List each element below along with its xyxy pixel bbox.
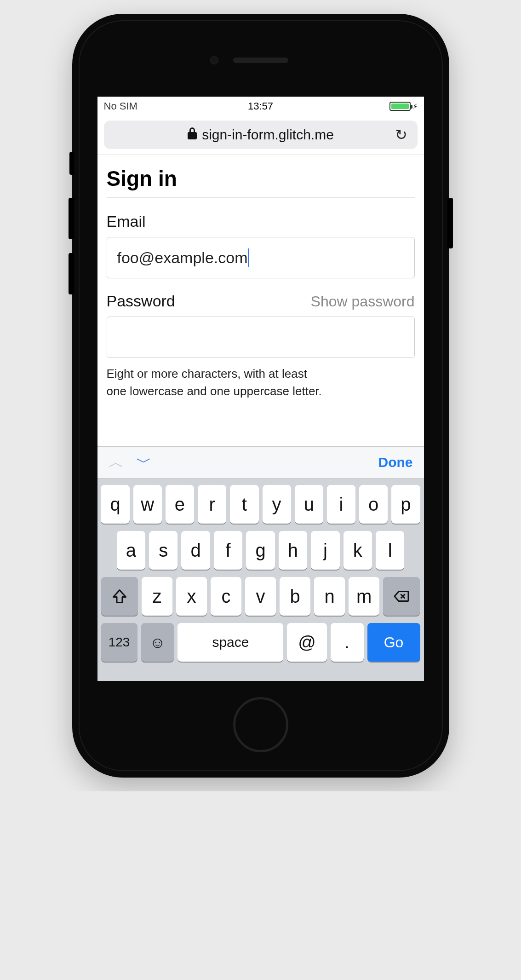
keyboard-row-2: a s d f g h j k l <box>101 531 420 570</box>
refresh-icon[interactable]: ↻ <box>395 126 407 144</box>
key-y[interactable]: y <box>263 485 291 524</box>
phone-camera <box>210 56 218 64</box>
show-password-button[interactable]: Show password <box>311 293 415 310</box>
keyboard-row-1: q w e r t y u i o p <box>101 485 420 524</box>
key-m[interactable]: m <box>349 577 379 616</box>
key-r[interactable]: r <box>198 485 226 524</box>
key-w[interactable]: w <box>133 485 162 524</box>
email-field[interactable]: foo@example.com <box>107 237 415 278</box>
keyboard-row-4: 123 ☺ space @ . Go <box>101 623 420 662</box>
key-g[interactable]: g <box>246 531 275 570</box>
password-field-block: Password Show password Eight or more cha… <box>107 292 415 400</box>
key-k[interactable]: k <box>344 531 372 570</box>
key-a[interactable]: a <box>117 531 145 570</box>
key-u[interactable]: u <box>295 485 323 524</box>
key-v[interactable]: v <box>245 577 276 616</box>
address-bar[interactable]: sign-in-form.glitch.me ↻ <box>104 121 418 149</box>
key-q[interactable]: q <box>101 485 129 524</box>
key-e[interactable]: e <box>166 485 194 524</box>
phone-frame: No SIM 13:57 ⚡︎ sign-in-form.glitch.me ↻… <box>72 14 449 778</box>
next-field-button[interactable]: ﹀ <box>136 452 152 473</box>
email-field-block: Email foo@example.com <box>107 213 415 278</box>
key-l[interactable]: l <box>376 531 404 570</box>
key-numbers[interactable]: 123 <box>101 623 137 662</box>
key-x[interactable]: x <box>176 577 207 616</box>
prev-field-button: ︿ <box>109 452 124 473</box>
password-hint: Eight or more characters, with at least … <box>107 365 415 400</box>
battery-icon <box>389 102 411 111</box>
key-shift[interactable] <box>101 577 138 616</box>
on-screen-keyboard: q w e r t y u i o p a s d f g h j k l <box>97 478 424 681</box>
phone-speaker <box>233 58 288 63</box>
page-title: Sign in <box>107 166 415 198</box>
key-c[interactable]: c <box>211 577 241 616</box>
key-emoji[interactable]: ☺ <box>141 623 174 662</box>
key-s[interactable]: s <box>149 531 177 570</box>
home-button[interactable] <box>233 697 288 752</box>
key-o[interactable]: o <box>359 485 388 524</box>
key-n[interactable]: n <box>314 577 345 616</box>
keyboard-done-button[interactable]: Done <box>378 455 413 470</box>
key-b[interactable]: b <box>280 577 310 616</box>
key-f[interactable]: f <box>214 531 242 570</box>
lock-icon <box>187 127 197 143</box>
key-h[interactable]: h <box>279 531 307 570</box>
text-caret <box>248 248 249 267</box>
key-i[interactable]: i <box>327 485 355 524</box>
mute-switch <box>69 152 74 175</box>
key-go[interactable]: Go <box>367 623 420 662</box>
key-p[interactable]: p <box>391 485 420 524</box>
status-time: 13:57 <box>97 100 424 112</box>
key-period[interactable]: . <box>331 623 364 662</box>
key-j[interactable]: j <box>311 531 339 570</box>
power-button <box>447 198 453 248</box>
password-field[interactable] <box>107 317 415 358</box>
key-at[interactable]: @ <box>287 623 326 662</box>
password-hint-line1: Eight or more characters, with at least <box>107 367 307 380</box>
page-content: Sign in Email foo@example.com Password S… <box>97 155 424 400</box>
phone-screen: No SIM 13:57 ⚡︎ sign-in-form.glitch.me ↻… <box>97 97 424 681</box>
url-host: sign-in-form.glitch.me <box>202 127 334 143</box>
key-space[interactable]: space <box>177 623 283 662</box>
keyboard-row-3: z x c v b n m <box>101 577 420 616</box>
email-value: foo@example.com <box>117 249 248 267</box>
key-backspace[interactable] <box>383 577 420 616</box>
key-t[interactable]: t <box>230 485 258 524</box>
status-bar: No SIM 13:57 ⚡︎ <box>97 97 424 116</box>
key-d[interactable]: d <box>181 531 210 570</box>
browser-toolbar: sign-in-form.glitch.me ↻ <box>97 116 424 155</box>
key-z[interactable]: z <box>142 577 172 616</box>
email-label: Email <box>107 213 415 231</box>
password-hint-line2: one lowercase and one uppercase letter. <box>107 384 322 398</box>
volume-down-button <box>69 253 74 294</box>
volume-up-button <box>69 198 74 239</box>
password-label: Password <box>107 292 175 310</box>
keyboard-accessory-bar: ︿ ﹀ Done <box>97 446 424 478</box>
